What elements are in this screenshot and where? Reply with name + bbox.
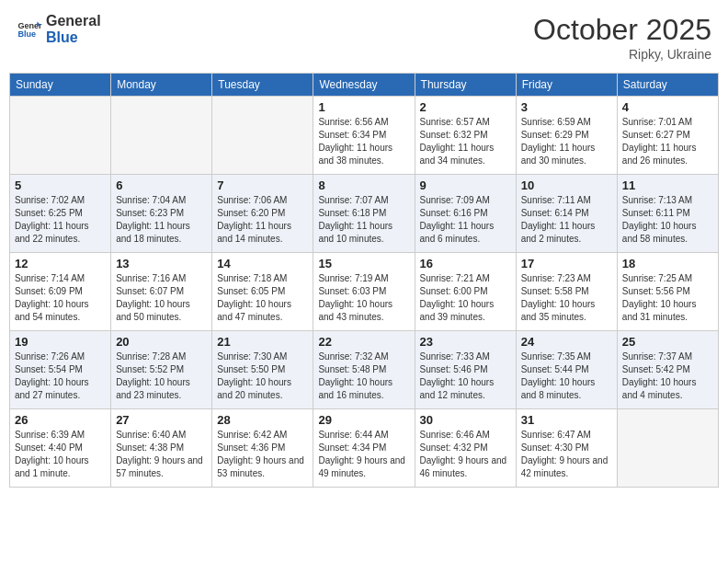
logo: General Blue General Blue <box>17 13 101 45</box>
day-number: 5 <box>15 178 106 192</box>
calendar-day-cell: 12Sunrise: 7:14 AMSunset: 6:09 PMDayligh… <box>10 253 111 331</box>
day-number: 2 <box>420 100 511 114</box>
day-number: 3 <box>521 100 612 114</box>
calendar-day-cell: 26Sunrise: 6:39 AMSunset: 4:40 PMDayligh… <box>10 409 111 488</box>
calendar-day-cell: 27Sunrise: 6:40 AMSunset: 4:38 PMDayligh… <box>111 409 212 488</box>
day-number: 29 <box>318 413 409 427</box>
calendar-week-row: 12Sunrise: 7:14 AMSunset: 6:09 PMDayligh… <box>10 253 719 331</box>
day-info: Sunrise: 7:21 AMSunset: 6:00 PMDaylight:… <box>420 272 511 324</box>
day-number: 7 <box>217 178 308 192</box>
day-number: 21 <box>217 335 308 349</box>
day-number: 23 <box>420 335 511 349</box>
day-number: 14 <box>217 257 308 270</box>
weekday-header-sunday: Sunday <box>10 74 111 97</box>
day-number: 31 <box>521 413 612 427</box>
calendar-day-cell: 8Sunrise: 7:07 AMSunset: 6:18 PMDaylight… <box>313 175 415 253</box>
day-info: Sunrise: 7:16 AMSunset: 6:07 PMDaylight:… <box>116 272 207 324</box>
day-number: 16 <box>420 257 511 270</box>
day-info: Sunrise: 6:47 AMSunset: 4:30 PMDaylight:… <box>521 429 612 480</box>
weekday-header-saturday: Saturday <box>617 74 718 97</box>
day-info: Sunrise: 6:59 AMSunset: 6:29 PMDaylight:… <box>521 116 612 167</box>
calendar-location: Ripky, Ukraine <box>533 47 711 62</box>
day-info: Sunrise: 7:23 AMSunset: 5:58 PMDaylight:… <box>521 272 612 324</box>
calendar-table: SundayMondayTuesdayWednesdayThursdayFrid… <box>9 73 719 488</box>
weekday-header-thursday: Thursday <box>415 74 516 97</box>
calendar-week-row: 5Sunrise: 7:02 AMSunset: 6:25 PMDaylight… <box>10 175 719 253</box>
day-number: 20 <box>116 335 207 349</box>
calendar-day-cell: 30Sunrise: 6:46 AMSunset: 4:32 PMDayligh… <box>415 409 516 488</box>
day-info: Sunrise: 7:33 AMSunset: 5:46 PMDaylight:… <box>420 350 511 402</box>
day-info: Sunrise: 7:11 AMSunset: 6:14 PMDaylight:… <box>521 194 612 246</box>
day-number: 26 <box>15 413 106 427</box>
calendar-day-cell: 6Sunrise: 7:04 AMSunset: 6:23 PMDaylight… <box>111 175 212 253</box>
day-info: Sunrise: 7:25 AMSunset: 5:56 PMDaylight:… <box>622 272 713 324</box>
logo-blue-text: Blue <box>46 29 101 46</box>
calendar-day-cell <box>212 97 313 175</box>
calendar-day-cell: 17Sunrise: 7:23 AMSunset: 5:58 PMDayligh… <box>516 253 617 331</box>
day-number: 6 <box>116 178 207 192</box>
calendar-day-cell: 20Sunrise: 7:28 AMSunset: 5:52 PMDayligh… <box>111 331 212 409</box>
day-number: 9 <box>420 178 511 192</box>
weekday-header-monday: Monday <box>111 74 212 97</box>
calendar-day-cell <box>111 97 212 175</box>
day-number: 17 <box>521 257 612 270</box>
calendar-day-cell: 2Sunrise: 6:57 AMSunset: 6:32 PMDaylight… <box>415 97 516 175</box>
calendar-day-cell: 25Sunrise: 7:37 AMSunset: 5:42 PMDayligh… <box>617 331 718 409</box>
calendar-day-cell: 18Sunrise: 7:25 AMSunset: 5:56 PMDayligh… <box>617 253 718 331</box>
calendar-day-cell: 11Sunrise: 7:13 AMSunset: 6:11 PMDayligh… <box>617 175 718 253</box>
day-number: 4 <box>622 100 713 114</box>
calendar-day-cell: 1Sunrise: 6:56 AMSunset: 6:34 PMDaylight… <box>313 97 415 175</box>
calendar-day-cell: 22Sunrise: 7:32 AMSunset: 5:48 PMDayligh… <box>313 331 415 409</box>
calendar-day-cell: 23Sunrise: 7:33 AMSunset: 5:46 PMDayligh… <box>415 331 516 409</box>
calendar-day-cell: 3Sunrise: 6:59 AMSunset: 6:29 PMDaylight… <box>516 97 617 175</box>
day-info: Sunrise: 7:09 AMSunset: 6:16 PMDaylight:… <box>420 194 511 246</box>
day-info: Sunrise: 7:04 AMSunset: 6:23 PMDaylight:… <box>116 194 207 246</box>
day-number: 15 <box>318 257 409 270</box>
weekday-header-tuesday: Tuesday <box>212 74 313 97</box>
logo-general-text: General <box>46 13 101 29</box>
day-info: Sunrise: 6:57 AMSunset: 6:32 PMDaylight:… <box>420 116 511 167</box>
day-info: Sunrise: 7:35 AMSunset: 5:44 PMDaylight:… <box>521 350 612 402</box>
day-info: Sunrise: 6:42 AMSunset: 4:36 PMDaylight:… <box>217 429 308 480</box>
calendar-day-cell: 16Sunrise: 7:21 AMSunset: 6:00 PMDayligh… <box>415 253 516 331</box>
svg-text:Blue: Blue <box>17 29 36 39</box>
calendar-day-cell: 28Sunrise: 6:42 AMSunset: 4:36 PMDayligh… <box>212 409 313 488</box>
day-number: 25 <box>622 335 713 349</box>
weekday-header-row: SundayMondayTuesdayWednesdayThursdayFrid… <box>10 74 719 97</box>
calendar-day-cell: 10Sunrise: 7:11 AMSunset: 6:14 PMDayligh… <box>516 175 617 253</box>
calendar-day-cell: 14Sunrise: 7:18 AMSunset: 6:05 PMDayligh… <box>212 253 313 331</box>
calendar-day-cell: 24Sunrise: 7:35 AMSunset: 5:44 PMDayligh… <box>516 331 617 409</box>
day-info: Sunrise: 7:14 AMSunset: 6:09 PMDaylight:… <box>15 272 106 324</box>
day-info: Sunrise: 7:37 AMSunset: 5:42 PMDaylight:… <box>622 350 713 402</box>
day-number: 28 <box>217 413 308 427</box>
weekday-header-friday: Friday <box>516 74 617 97</box>
day-info: Sunrise: 7:32 AMSunset: 5:48 PMDaylight:… <box>318 350 409 402</box>
day-info: Sunrise: 7:13 AMSunset: 6:11 PMDaylight:… <box>622 194 713 246</box>
title-block: October 2025 Ripky, Ukraine <box>533 13 711 62</box>
day-number: 11 <box>622 178 713 192</box>
calendar-day-cell: 7Sunrise: 7:06 AMSunset: 6:20 PMDaylight… <box>212 175 313 253</box>
day-info: Sunrise: 7:07 AMSunset: 6:18 PMDaylight:… <box>318 194 409 246</box>
day-number: 1 <box>318 100 409 114</box>
day-number: 24 <box>521 335 612 349</box>
page-header: General Blue General Blue October 2025 R… <box>9 9 719 65</box>
day-number: 18 <box>622 257 713 270</box>
calendar-week-row: 26Sunrise: 6:39 AMSunset: 4:40 PMDayligh… <box>10 409 719 488</box>
day-number: 19 <box>15 335 106 349</box>
day-info: Sunrise: 7:02 AMSunset: 6:25 PMDaylight:… <box>15 194 106 246</box>
day-number: 8 <box>318 178 409 192</box>
day-info: Sunrise: 6:39 AMSunset: 4:40 PMDaylight:… <box>15 429 106 480</box>
day-info: Sunrise: 6:56 AMSunset: 6:34 PMDaylight:… <box>318 116 409 167</box>
calendar-week-row: 1Sunrise: 6:56 AMSunset: 6:34 PMDaylight… <box>10 97 719 175</box>
calendar-day-cell: 19Sunrise: 7:26 AMSunset: 5:54 PMDayligh… <box>10 331 111 409</box>
day-info: Sunrise: 7:28 AMSunset: 5:52 PMDaylight:… <box>116 350 207 402</box>
logo-icon: General Blue <box>17 17 42 42</box>
day-info: Sunrise: 7:18 AMSunset: 6:05 PMDaylight:… <box>217 272 308 324</box>
day-info: Sunrise: 7:30 AMSunset: 5:50 PMDaylight:… <box>217 350 308 402</box>
calendar-day-cell: 9Sunrise: 7:09 AMSunset: 6:16 PMDaylight… <box>415 175 516 253</box>
day-number: 12 <box>15 257 106 270</box>
calendar-week-row: 19Sunrise: 7:26 AMSunset: 5:54 PMDayligh… <box>10 331 719 409</box>
calendar-day-cell: 5Sunrise: 7:02 AMSunset: 6:25 PMDaylight… <box>10 175 111 253</box>
weekday-header-wednesday: Wednesday <box>313 74 415 97</box>
calendar-day-cell <box>10 97 111 175</box>
